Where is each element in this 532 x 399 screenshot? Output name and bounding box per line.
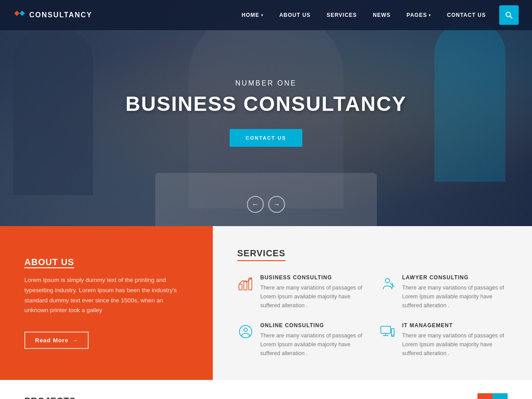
svg-point-12 [244, 328, 247, 332]
brand-logo-icon [13, 9, 26, 21]
nav-link-home[interactable]: HOME ▾ [234, 0, 271, 30]
nav-link-about[interactable]: ABOUT US [271, 0, 319, 30]
svg-line-3 [510, 16, 512, 19]
nav-item-about[interactable]: ABOUT US [271, 0, 319, 30]
service-name-it: IT MANAGEMENT [402, 322, 508, 329]
projects-slider-controls: ← → [477, 393, 508, 399]
service-info-business: BUSINESS CONSULTING There are many varia… [260, 274, 366, 310]
service-name-business: BUSINESS CONSULTING [260, 274, 366, 281]
about-text: Lorem Ipsum is simply dummy text of the … [24, 275, 188, 316]
nav-item-pages[interactable]: PAGES ▾ [399, 0, 439, 30]
svg-marker-1 [20, 11, 25, 16]
projects-prev-button[interactable]: ← [477, 393, 493, 399]
projects-title: PROJECTS [24, 396, 76, 399]
monitor-phone-icon [379, 323, 396, 340]
services-title: SERVICES [237, 248, 286, 261]
service-info-it: IT MANAGEMENT There are many variations … [402, 322, 508, 358]
chart-icon [237, 275, 254, 292]
service-name-online: ONLINE CONSULTING [260, 322, 366, 329]
lawyer-icon [379, 275, 396, 292]
service-desc-online: There are many variations of passages of… [260, 331, 366, 358]
nav-link-pages[interactable]: PAGES ▾ [399, 0, 439, 30]
service-item-online: ONLINE CONSULTING There are many variati… [237, 322, 366, 358]
hero-cta-button[interactable]: CONTACT US [230, 129, 302, 147]
svg-rect-13 [381, 326, 391, 333]
about-services-section: ABOUT US Lorem Ipsum is simply dummy tex… [0, 226, 532, 380]
slider-prev-button[interactable]: ← [247, 196, 264, 213]
hero-section: NUMBER ONE BUSINESS CONSULTANCY CONTACT … [0, 0, 532, 226]
hero-content: NUMBER ONE BUSINESS CONSULTANCY CONTACT … [125, 79, 407, 147]
read-more-button[interactable]: Read More → [24, 332, 89, 349]
brand[interactable]: CONSULTANCY [13, 9, 92, 21]
hero-subtitle: NUMBER ONE [125, 79, 407, 87]
hero-title: BUSINESS CONSULTANCY [125, 92, 407, 116]
service-desc-business: There are many variations of passages of… [260, 283, 366, 310]
nav-link-contact[interactable]: CONTACT US [439, 0, 494, 30]
services-grid: BUSINESS CONSULTING There are many varia… [237, 274, 508, 358]
brand-name: CONSULTANCY [29, 11, 92, 19]
slider-next-button[interactable]: → [268, 196, 285, 213]
service-name-lawyer: LAWYER CONSULTING [402, 274, 508, 281]
projects-next-button[interactable]: → [493, 393, 508, 399]
search-icon [505, 12, 512, 19]
nav-item-contact[interactable]: CONTACT US [439, 0, 494, 30]
nav-link-news[interactable]: NEWS [365, 0, 399, 30]
svg-point-8 [385, 278, 390, 283]
nav-item-services[interactable]: SERVICES [319, 0, 365, 30]
nav-menu: HOME ▾ ABOUT US SERVICES NEWS [234, 0, 494, 30]
about-title: ABOUT US [24, 257, 188, 267]
chevron-down-icon: ▾ [429, 13, 431, 17]
chevron-down-icon: ▾ [261, 13, 263, 17]
nav-item-news[interactable]: NEWS [365, 0, 399, 30]
service-desc-lawyer: There are many variations of passages of… [402, 283, 508, 310]
nav-item-home[interactable]: HOME ▾ [234, 0, 271, 30]
navbar: CONSULTANCY HOME ▾ ABOUT US SERVICES [0, 0, 532, 30]
service-item-it: IT MANAGEMENT There are many variations … [379, 322, 508, 358]
svg-rect-5 [244, 281, 247, 290]
projects-section-peek: PROJECTS ← → [0, 380, 532, 399]
nav-link-services[interactable]: SERVICES [319, 0, 365, 30]
about-panel: ABOUT US Lorem Ipsum is simply dummy tex… [0, 226, 213, 380]
service-desc-it: There are many variations of passages of… [402, 331, 508, 358]
arrow-right-icon: → [72, 337, 78, 344]
service-item-lawyer: LAWYER CONSULTING There are many variati… [379, 274, 508, 310]
person-circle-icon [237, 323, 254, 340]
service-info-online: ONLINE CONSULTING There are many variati… [260, 322, 366, 358]
search-button[interactable] [499, 5, 519, 25]
service-item-business: BUSINESS CONSULTING There are many varia… [237, 274, 366, 310]
service-info-lawyer: LAWYER CONSULTING There are many variati… [402, 274, 508, 310]
svg-marker-0 [14, 11, 20, 16]
hero-slider-controls: ← → [247, 196, 285, 213]
svg-rect-4 [239, 284, 242, 290]
services-panel: SERVICES BUSINESS CONSULTING There are m… [213, 226, 532, 380]
